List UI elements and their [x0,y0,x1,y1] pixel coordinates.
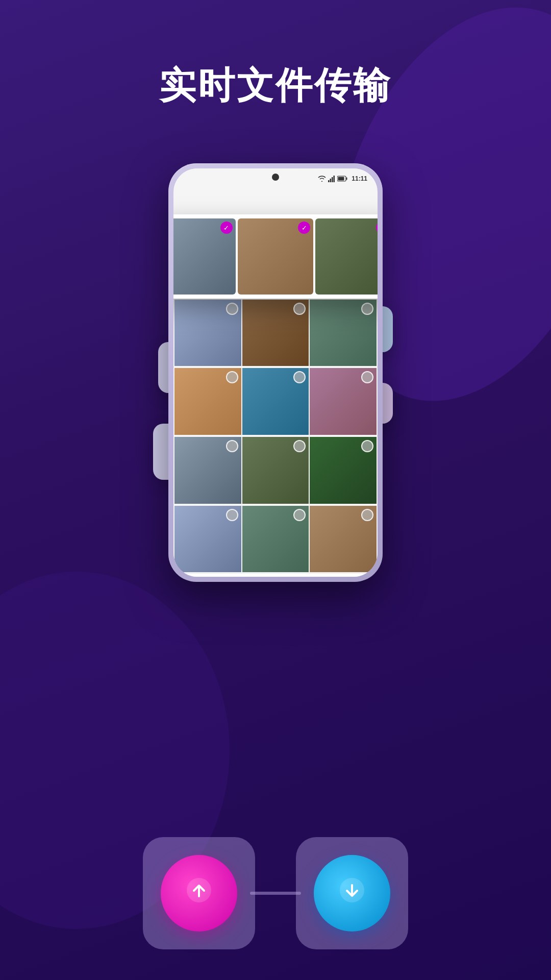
upload-circle[interactable] [161,855,237,932]
photo-row-5 [173,436,378,505]
phone-frame: 11:11 ✓ ✓ ✓ [168,163,383,582]
camera-notch [272,174,279,181]
photo-cell-10[interactable] [174,368,241,435]
phone-bottom-bar: All photos ▾ Play [173,573,378,577]
svg-rect-13 [338,177,344,181]
selected-grid-top: ✓ ✓ ✓ [173,218,378,295]
photo-cell-12[interactable] [310,368,377,435]
photo-cell-11[interactable] [242,368,309,435]
check-mark-2: ✓ [298,222,310,234]
check-mark-3: ✓ [376,222,378,234]
check-empty-12 [361,371,373,383]
wifi-icon [318,175,326,182]
transfer-section [143,837,408,949]
upload-button-container[interactable] [143,837,255,949]
photo-row-3 [173,299,378,368]
svg-rect-7 [328,180,330,182]
status-bar: 11:11 [173,168,378,189]
check-empty-9 [361,303,373,315]
selected-photo-3[interactable]: ✓ [315,218,378,295]
check-empty-10 [226,371,238,383]
svg-rect-9 [332,177,333,182]
photo-cell-15[interactable] [310,437,377,504]
photo-row-6 [173,505,378,574]
signal-icon [328,175,335,182]
phone-content-wrapper: ✓ ✓ ✓ ✓ [173,230,378,573]
check-empty-8 [293,303,306,315]
svg-rect-8 [330,179,332,182]
photo-cell-18[interactable] [310,506,377,573]
check-empty-11 [293,371,306,383]
photo-cell-7[interactable] [174,300,241,366]
status-icons: 11:11 [318,175,367,182]
photo-cell-14[interactable] [242,437,309,504]
svg-rect-10 [334,176,335,182]
time-display: 11:11 [352,175,367,182]
battery-icon [337,176,347,182]
check-empty-7 [226,303,238,315]
check-empty-17 [293,509,306,521]
connection-line [250,892,301,895]
selected-photo-2[interactable]: ✓ [238,218,314,295]
photo-cell-13[interactable] [174,437,241,504]
photo-cell-9[interactable] [310,300,377,366]
selected-photos-card: ✓ ✓ ✓ [173,214,378,299]
check-empty-18 [361,509,373,521]
download-circle[interactable] [314,855,390,932]
phone-screen: 11:11 ✓ ✓ ✓ [173,168,378,577]
download-arrow-icon [339,877,365,910]
check-empty-15 [361,440,373,452]
phone-mockup: 11:11 ✓ ✓ ✓ [168,163,383,582]
selected-photo-1[interactable]: ✓ [173,218,236,295]
photo-cell-17[interactable] [242,506,309,573]
upload-arrow-icon [186,877,212,910]
photo-cell-16[interactable] [174,506,241,573]
photo-row-4 [173,367,378,436]
check-empty-16 [226,509,238,521]
download-button-container[interactable] [296,837,408,949]
page-title: 实时文件传输 [0,61,551,110]
photo-cell-8[interactable] [242,300,309,366]
check-mark-1: ✓ [220,222,233,234]
check-empty-14 [293,440,306,452]
svg-rect-12 [346,178,347,180]
check-empty-13 [226,440,238,452]
